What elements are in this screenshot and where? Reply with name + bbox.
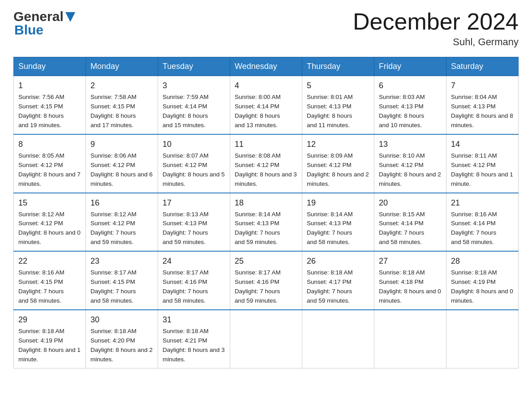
day-info: Sunrise: 8:07 AMSunset: 4:12 PMDaylight:…	[163, 152, 225, 187]
day-number: 8	[18, 138, 81, 150]
day-number: 25	[235, 255, 297, 267]
day-number: 11	[235, 138, 297, 150]
day-number: 4	[235, 80, 297, 92]
day-number: 19	[307, 197, 369, 209]
day-number: 28	[451, 255, 514, 267]
table-row: 9 Sunrise: 8:06 AMSunset: 4:12 PMDayligh…	[86, 134, 158, 193]
table-row: 18 Sunrise: 8:14 AMSunset: 4:13 PMDaylig…	[230, 193, 302, 252]
logo: General Blue	[13, 9, 75, 38]
table-row: 15 Sunrise: 8:12 AMSunset: 4:12 PMDaylig…	[14, 193, 86, 252]
day-number: 30	[90, 314, 153, 326]
table-row: 8 Sunrise: 8:05 AMSunset: 4:12 PMDayligh…	[14, 134, 86, 193]
day-info: Sunrise: 8:00 AMSunset: 4:14 PMDaylight:…	[235, 94, 281, 128]
day-info: Sunrise: 8:01 AMSunset: 4:13 PMDaylight:…	[307, 94, 353, 128]
month-title: December 2024	[353, 9, 519, 34]
day-info: Sunrise: 8:18 AMSunset: 4:17 PMDaylight:…	[307, 269, 353, 304]
day-number: 26	[307, 255, 369, 267]
day-info: Sunrise: 8:18 AMSunset: 4:18 PMDaylight:…	[379, 269, 441, 304]
day-number: 6	[379, 80, 442, 92]
calendar-week-row: 1 Sunrise: 7:56 AMSunset: 4:15 PMDayligh…	[14, 76, 519, 134]
day-number: 21	[451, 197, 514, 209]
day-info: Sunrise: 8:06 AMSunset: 4:12 PMDaylight:…	[90, 152, 153, 187]
day-number: 14	[451, 138, 514, 150]
table-row: 29 Sunrise: 8:18 AMSunset: 4:19 PMDaylig…	[14, 310, 86, 368]
location: Suhl, Germany	[353, 36, 519, 48]
col-friday: Friday	[374, 57, 446, 76]
day-number: 1	[18, 80, 81, 92]
col-thursday: Thursday	[302, 57, 374, 76]
calendar-header-row: Sunday Monday Tuesday Wednesday Thursday…	[14, 57, 519, 76]
day-info: Sunrise: 7:56 AMSunset: 4:15 PMDaylight:…	[18, 94, 64, 128]
day-info: Sunrise: 8:15 AMSunset: 4:14 PMDaylight:…	[379, 211, 425, 246]
col-sunday: Sunday	[14, 57, 86, 76]
table-row: 10 Sunrise: 8:07 AMSunset: 4:12 PMDaylig…	[158, 134, 230, 193]
day-number: 27	[379, 255, 442, 267]
day-info: Sunrise: 8:18 AMSunset: 4:19 PMDaylight:…	[451, 269, 513, 304]
table-row	[302, 310, 374, 368]
day-info: Sunrise: 8:18 AMSunset: 4:19 PMDaylight:…	[18, 328, 81, 363]
table-row: 4 Sunrise: 8:00 AMSunset: 4:14 PMDayligh…	[230, 76, 302, 134]
day-info: Sunrise: 8:04 AMSunset: 4:13 PMDaylight:…	[451, 94, 513, 128]
day-number: 22	[18, 255, 81, 267]
day-info: Sunrise: 8:14 AMSunset: 4:13 PMDaylight:…	[307, 211, 353, 246]
day-info: Sunrise: 8:18 AMSunset: 4:21 PMDaylight:…	[163, 328, 225, 363]
day-info: Sunrise: 8:16 AMSunset: 4:15 PMDaylight:…	[18, 269, 64, 304]
day-number: 20	[379, 197, 442, 209]
page-header: General Blue December 2024 Suhl, Germany	[13, 9, 519, 48]
day-number: 15	[18, 197, 81, 209]
day-info: Sunrise: 7:59 AMSunset: 4:14 PMDaylight:…	[163, 94, 209, 128]
day-info: Sunrise: 8:12 AMSunset: 4:12 PMDaylight:…	[18, 211, 81, 246]
table-row: 28 Sunrise: 8:18 AMSunset: 4:19 PMDaylig…	[446, 251, 519, 310]
day-info: Sunrise: 8:16 AMSunset: 4:14 PMDaylight:…	[451, 211, 497, 246]
day-info: Sunrise: 8:18 AMSunset: 4:20 PMDaylight:…	[90, 328, 153, 363]
table-row: 1 Sunrise: 7:56 AMSunset: 4:15 PMDayligh…	[14, 76, 86, 134]
day-number: 7	[451, 80, 514, 92]
table-row	[446, 310, 519, 368]
table-row: 23 Sunrise: 8:17 AMSunset: 4:15 PMDaylig…	[86, 251, 158, 310]
day-number: 18	[235, 197, 297, 209]
day-info: Sunrise: 8:03 AMSunset: 4:13 PMDaylight:…	[379, 94, 425, 128]
day-info: Sunrise: 8:08 AMSunset: 4:12 PMDaylight:…	[235, 152, 297, 187]
day-info: Sunrise: 7:58 AMSunset: 4:15 PMDaylight:…	[90, 94, 137, 128]
logo-blue-text: Blue	[14, 22, 43, 38]
table-row: 17 Sunrise: 8:13 AMSunset: 4:13 PMDaylig…	[158, 193, 230, 252]
calendar-week-row: 22 Sunrise: 8:16 AMSunset: 4:15 PMDaylig…	[14, 251, 519, 310]
day-info: Sunrise: 8:11 AMSunset: 4:12 PMDaylight:…	[451, 152, 513, 187]
calendar-week-row: 8 Sunrise: 8:05 AMSunset: 4:12 PMDayligh…	[14, 134, 519, 193]
table-row: 12 Sunrise: 8:09 AMSunset: 4:12 PMDaylig…	[302, 134, 374, 193]
day-number: 17	[163, 197, 225, 209]
col-monday: Monday	[86, 57, 158, 76]
table-row	[374, 310, 446, 368]
day-number: 13	[379, 138, 442, 150]
day-info: Sunrise: 8:14 AMSunset: 4:13 PMDaylight:…	[235, 211, 281, 246]
table-row: 24 Sunrise: 8:17 AMSunset: 4:16 PMDaylig…	[158, 251, 230, 310]
day-number: 5	[307, 80, 369, 92]
day-info: Sunrise: 8:17 AMSunset: 4:16 PMDaylight:…	[163, 269, 209, 304]
calendar-week-row: 15 Sunrise: 8:12 AMSunset: 4:12 PMDaylig…	[14, 193, 519, 252]
table-row	[230, 310, 302, 368]
day-info: Sunrise: 8:17 AMSunset: 4:16 PMDaylight:…	[235, 269, 281, 304]
day-info: Sunrise: 8:13 AMSunset: 4:13 PMDaylight:…	[163, 211, 209, 246]
logo-general-text: General	[13, 9, 64, 24]
logo-triangle-icon	[65, 12, 75, 22]
day-info: Sunrise: 8:17 AMSunset: 4:15 PMDaylight:…	[90, 269, 137, 304]
table-row: 25 Sunrise: 8:17 AMSunset: 4:16 PMDaylig…	[230, 251, 302, 310]
day-number: 12	[307, 138, 369, 150]
day-number: 16	[90, 197, 153, 209]
table-row: 26 Sunrise: 8:18 AMSunset: 4:17 PMDaylig…	[302, 251, 374, 310]
day-number: 23	[90, 255, 153, 267]
day-number: 24	[163, 255, 225, 267]
table-row: 31 Sunrise: 8:18 AMSunset: 4:21 PMDaylig…	[158, 310, 230, 368]
table-row: 22 Sunrise: 8:16 AMSunset: 4:15 PMDaylig…	[14, 251, 86, 310]
col-saturday: Saturday	[446, 57, 519, 76]
table-row: 20 Sunrise: 8:15 AMSunset: 4:14 PMDaylig…	[374, 193, 446, 252]
table-row: 21 Sunrise: 8:16 AMSunset: 4:14 PMDaylig…	[446, 193, 519, 252]
header-right: December 2024 Suhl, Germany	[353, 9, 519, 48]
calendar-week-row: 29 Sunrise: 8:18 AMSunset: 4:19 PMDaylig…	[14, 310, 519, 368]
table-row: 16 Sunrise: 8:12 AMSunset: 4:12 PMDaylig…	[86, 193, 158, 252]
table-row: 7 Sunrise: 8:04 AMSunset: 4:13 PMDayligh…	[446, 76, 519, 134]
day-number: 3	[163, 80, 225, 92]
table-row: 13 Sunrise: 8:10 AMSunset: 4:12 PMDaylig…	[374, 134, 446, 193]
day-number: 31	[163, 314, 225, 326]
col-tuesday: Tuesday	[158, 57, 230, 76]
